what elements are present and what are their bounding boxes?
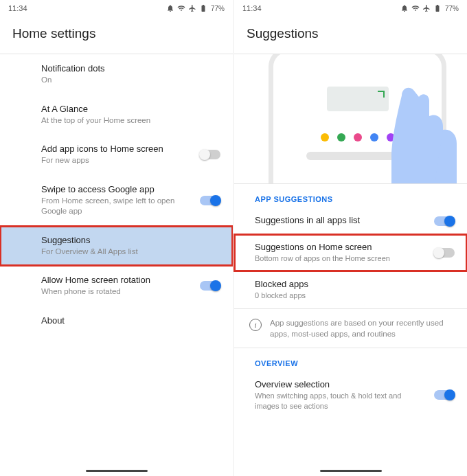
setting-suggestions-all-apps[interactable]: Suggestions in all apps list: [234, 207, 467, 234]
item-title: Suggestions in all apps list: [255, 215, 426, 225]
item-subtitle: From Home screen, swipe left to open Goo…: [41, 196, 185, 217]
app-dot: [387, 133, 395, 141]
toggle-swipe-google[interactable]: [200, 196, 220, 205]
status-bar: 11:34 77%: [0, 0, 233, 16]
page-title: Home settings: [0, 16, 233, 54]
toggle-suggestions-all-apps[interactable]: [434, 216, 455, 226]
item-subtitle: When phone is rotated: [41, 286, 220, 297]
nav-handle[interactable]: [320, 470, 382, 472]
info-row: i App suggestions are based on your rece…: [234, 309, 467, 348]
home-settings-screen: 11:34 77% Home settings Notification dot…: [0, 0, 233, 476]
toggle-overview-selection[interactable]: [434, 390, 455, 400]
battery-percent: 77%: [445, 5, 459, 12]
section-app-suggestions: APP SUGGESTIONS: [234, 184, 467, 207]
setting-overview-selection[interactable]: Overview selection When switching apps, …: [234, 372, 467, 419]
airplane-icon: [422, 4, 431, 12]
wifi-icon: [411, 4, 420, 12]
app-dots-row: [321, 133, 395, 141]
item-subtitle: At the top of your Home screen: [41, 115, 220, 126]
setting-rotation[interactable]: Allow Home screen rotation When phone is…: [0, 266, 233, 306]
battery-icon: [433, 4, 442, 12]
page-title: Suggestions: [234, 16, 467, 54]
section-overview: OVERVIEW: [234, 348, 467, 372]
item-subtitle: 0 blocked apps: [255, 291, 426, 301]
settings-list: Notification dots On At A Glance At the …: [0, 54, 233, 476]
setting-blocked-apps[interactable]: Blocked apps 0 blocked apps: [234, 271, 467, 308]
notifications-off-icon: [166, 4, 174, 12]
app-dot: [337, 133, 345, 141]
item-title: Overview selection: [255, 379, 426, 389]
setting-add-app-icons[interactable]: Add app icons to Home screen For new app…: [0, 135, 233, 175]
item-title: Notification dots: [41, 63, 220, 73]
widget-graphic: [327, 87, 389, 111]
wifi-icon: [177, 4, 185, 12]
app-dot: [370, 133, 378, 141]
info-icon: i: [249, 319, 262, 331]
item-subtitle: Bottom row of apps on the Home screen: [255, 253, 426, 264]
phone-frame-graphic: [269, 54, 446, 183]
item-title: About: [41, 315, 220, 326]
item-title: Allow Home screen rotation: [41, 275, 220, 285]
app-dot: [321, 133, 329, 141]
item-subtitle: On: [41, 75, 220, 86]
item-subtitle: When switching apps, touch & hold text a…: [255, 391, 406, 411]
nav-handle[interactable]: [86, 470, 148, 472]
illustration: [234, 54, 467, 183]
airplane-icon: [188, 4, 196, 12]
status-icons: 77%: [400, 4, 459, 12]
item-title: Blocked apps: [255, 279, 426, 289]
item-title: Add app icons to Home screen: [41, 144, 220, 154]
item-title: At A Glance: [41, 104, 220, 114]
battery-percent: 77%: [211, 5, 225, 12]
setting-about[interactable]: About: [0, 306, 233, 336]
toggle-rotation[interactable]: [200, 281, 220, 291]
toggle-add-app-icons[interactable]: [200, 150, 220, 159]
setting-swipe-google-app[interactable]: Swipe to access Google app From Home scr…: [0, 175, 233, 226]
status-icons: 77%: [166, 4, 225, 12]
toggle-suggestions-home[interactable]: [434, 248, 455, 258]
search-pill-graphic: [306, 152, 409, 160]
item-title: Suggestions: [41, 235, 220, 245]
item-title: Swipe to access Google app: [41, 184, 220, 194]
status-time: 11:34: [8, 4, 27, 12]
app-dot: [354, 133, 362, 141]
battery-icon: [199, 4, 207, 12]
item-subtitle: For new apps: [41, 155, 220, 166]
suggestions-screen: 11:34 77% Suggestions: [234, 0, 467, 476]
info-text: App suggestions are based on your recent…: [270, 317, 453, 339]
setting-at-a-glance[interactable]: At A Glance At the top of your Home scre…: [0, 95, 233, 135]
item-title: Suggestions on Home screen: [255, 242, 426, 252]
status-bar: 11:34 77%: [234, 0, 467, 16]
setting-suggestions-home-screen[interactable]: Suggestions on Home screen Bottom row of…: [234, 234, 467, 271]
setting-suggestions[interactable]: Suggestions For Overview & All Apps list: [0, 226, 233, 267]
item-subtitle: For Overview & All Apps list: [41, 247, 220, 258]
setting-notification-dots[interactable]: Notification dots On: [0, 54, 233, 95]
notifications-off-icon: [400, 4, 409, 12]
status-time: 11:34: [242, 4, 262, 12]
